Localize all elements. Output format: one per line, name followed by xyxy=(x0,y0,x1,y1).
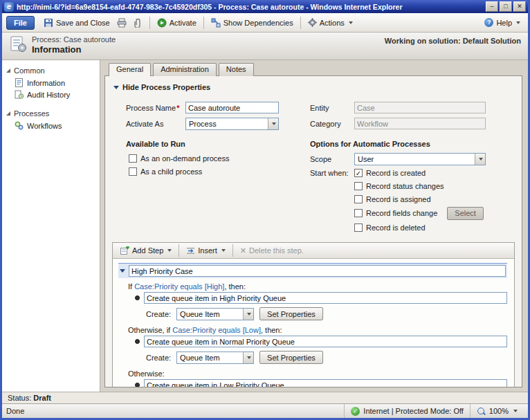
condition-suffix: , then: xyxy=(224,282,246,291)
select-button[interactable]: Select xyxy=(447,207,484,220)
on-demand-label: As an on-demand process xyxy=(140,154,229,163)
hide-process-properties-label: Hide Process Properties xyxy=(122,83,210,91)
category-input xyxy=(354,118,486,129)
record-deleted-checkbox[interactable] xyxy=(354,223,363,232)
entity-input xyxy=(354,102,486,113)
set-properties-button[interactable]: Set Properties xyxy=(259,351,323,364)
delete-step-button[interactable]: ✕ Delete this step. xyxy=(237,244,307,257)
workflow-step-editor: Add Step Insert ✕ xyxy=(112,242,515,387)
sidebar-item-workflows[interactable]: Workflows xyxy=(2,120,100,131)
tab-general[interactable]: General xyxy=(109,63,151,76)
nav-group-processes[interactable]: Processes xyxy=(2,107,100,120)
help-label: Help xyxy=(496,19,512,27)
step-bullet-icon xyxy=(135,383,140,387)
available-to-run-label: Available to Run xyxy=(126,140,185,148)
record-assigned-checkbox[interactable] xyxy=(354,195,363,203)
chevron-down-icon xyxy=(513,410,518,412)
condition-suffix: , then: xyxy=(261,326,282,334)
chevron-down-icon xyxy=(167,249,172,252)
window-titlebar: e http://nimi-6/?id=6a9e8154-eafd-4747-9… xyxy=(2,0,528,13)
toolbar-separator xyxy=(232,244,233,257)
sidebar-item-label: Information xyxy=(27,79,65,87)
toolbar-separator xyxy=(179,244,179,257)
minimize-button[interactable]: – xyxy=(486,1,498,12)
activate-as-select[interactable]: Process xyxy=(185,118,279,130)
record-fields-checkbox[interactable] xyxy=(354,209,363,217)
on-demand-checkbox[interactable] xyxy=(129,154,137,163)
add-step-icon xyxy=(120,246,129,255)
category-label: Category xyxy=(310,120,354,128)
nav-group-label: Common xyxy=(14,66,45,75)
activate-label: Activate xyxy=(170,19,197,27)
record-status-label: Record status changes xyxy=(366,182,444,190)
browser-status-bar: Done ✓ Internet | Protected Mode: Off 10… xyxy=(2,403,528,418)
show-dependencies-button[interactable]: Show Dependencies xyxy=(208,16,297,30)
entity-label: Entity xyxy=(310,104,354,112)
scope-select[interactable]: User xyxy=(354,153,486,165)
condition-link[interactable]: Case:Priority equals [High] xyxy=(134,282,224,291)
condition-link[interactable]: Case:Priority equals [Low] xyxy=(172,326,261,334)
sidebar-item-information[interactable]: Information xyxy=(2,77,100,89)
step-name-input[interactable] xyxy=(129,265,506,277)
close-button[interactable]: ✕ xyxy=(513,1,526,12)
dropdown-arrow-icon xyxy=(243,309,253,320)
navigation-sidebar: Common Information Audit History Process… xyxy=(2,60,100,392)
tab-notes[interactable]: Notes xyxy=(219,63,254,76)
dependencies-icon xyxy=(211,18,221,28)
help-button[interactable]: ? Help xyxy=(481,16,524,29)
zoom-control[interactable]: 100% xyxy=(470,404,524,418)
nav-group-common[interactable]: Common xyxy=(2,64,100,77)
sidebar-item-audit-history[interactable]: Audit History xyxy=(2,89,100,100)
help-icon: ? xyxy=(484,18,493,27)
activate-button[interactable]: Activate xyxy=(154,16,200,30)
sidebar-item-label: Audit History xyxy=(27,91,70,99)
actions-button[interactable]: Actions xyxy=(304,16,356,29)
entity-header: Process: Case autoroute Information Work… xyxy=(2,33,528,60)
step-description-input[interactable] xyxy=(144,379,507,387)
set-properties-button[interactable]: Set Properties xyxy=(259,307,323,320)
step-bullet-icon xyxy=(135,295,140,300)
condition-prefix: Otherwise: xyxy=(128,369,165,378)
tab-administration[interactable]: Administration xyxy=(153,63,217,76)
create-type-value: Queue Item xyxy=(177,354,243,362)
chevron-down-icon xyxy=(349,21,353,24)
chevron-down-icon xyxy=(221,249,226,252)
save-and-close-button[interactable]: Save and Close xyxy=(40,16,113,30)
create-type-select[interactable]: Queue Item xyxy=(176,351,254,364)
show-dependencies-label: Show Dependencies xyxy=(223,19,293,27)
record-created-checkbox[interactable]: ✓ xyxy=(354,169,363,177)
insert-icon xyxy=(186,246,195,255)
print-button[interactable] xyxy=(113,16,130,30)
save-icon xyxy=(44,18,53,28)
automatic-options-label: Options for Automatic Processes xyxy=(310,140,430,148)
attach-button[interactable] xyxy=(130,16,146,30)
hide-process-properties-toggle[interactable]: Hide Process Properties xyxy=(113,83,515,91)
collapse-icon xyxy=(6,69,10,73)
file-button[interactable]: File xyxy=(6,16,35,30)
create-type-select[interactable]: Queue Item xyxy=(176,308,254,320)
zoom-level: 100% xyxy=(489,407,509,415)
page-title: Information xyxy=(32,44,116,55)
working-on-solution-label: Working on solution: Default Solution xyxy=(385,35,521,60)
child-process-checkbox[interactable] xyxy=(129,167,137,176)
workflows-icon xyxy=(15,121,24,130)
add-step-button[interactable]: Add Step xyxy=(117,244,175,257)
status-label: Status: xyxy=(8,394,31,402)
record-status-checkbox[interactable] xyxy=(354,182,363,190)
step-description-input[interactable] xyxy=(144,292,507,304)
branch-condition: Otherwise, if Case:Priority equals [Low]… xyxy=(128,326,507,334)
maximize-button[interactable]: □ xyxy=(500,1,512,12)
create-label: Create: xyxy=(146,354,171,362)
insert-button[interactable]: Insert xyxy=(183,244,229,257)
step-collapse-icon[interactable] xyxy=(120,269,125,273)
printer-icon xyxy=(117,18,127,28)
record-created-label: Record is created xyxy=(366,169,426,177)
step-description-input[interactable] xyxy=(144,336,507,347)
create-row: Create: Queue Item Set Properties xyxy=(146,307,507,320)
process-name-input[interactable] xyxy=(185,102,279,113)
condition-prefix: If xyxy=(128,282,134,291)
process-icon xyxy=(9,35,27,60)
delete-icon: ✕ xyxy=(240,246,246,255)
step-body: If Case:Priority equals [High], then: Cr… xyxy=(113,259,514,387)
ie-logo-icon: e xyxy=(4,2,14,12)
